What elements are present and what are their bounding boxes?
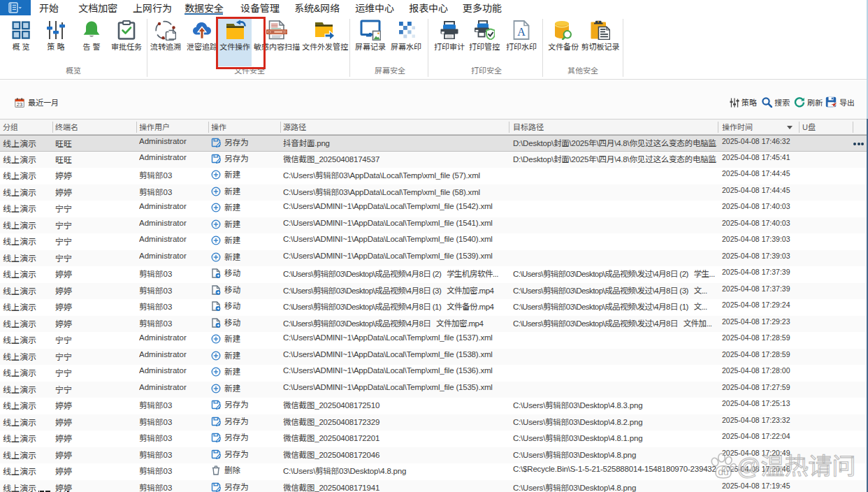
svg-text:du: du (718, 466, 729, 477)
svg-text:23: 23 (17, 101, 22, 108)
svg-text:A: A (517, 26, 526, 38)
